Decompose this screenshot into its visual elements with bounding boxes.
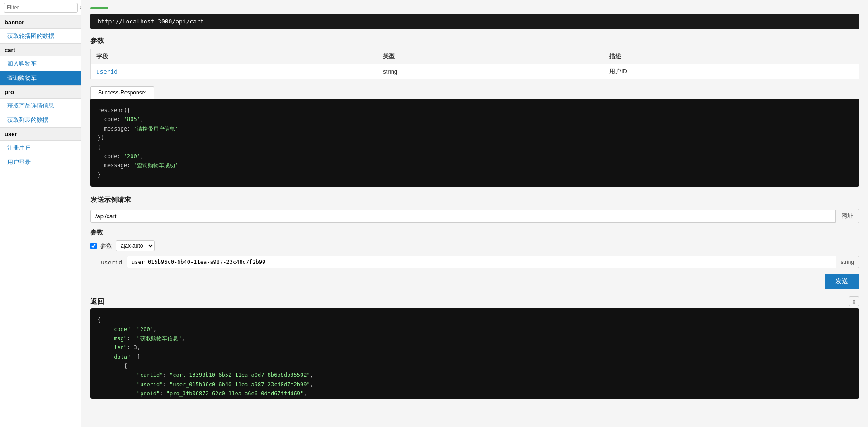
userid-field-type: string (836, 256, 859, 268)
sidebar-item-cart-query[interactable]: 查询购物车 (0, 71, 81, 85)
params-checkbox[interactable] (90, 243, 97, 249)
table-cell-desc: 用户ID (604, 64, 859, 79)
send-btn-row: 发送 (90, 274, 859, 289)
sidebar-item-pro-list[interactable]: 获取列表的数据 (0, 113, 81, 127)
params-table-header-field: 字段 (91, 49, 377, 64)
table-cell-field: userid (91, 64, 377, 79)
params-table-header-type: 类型 (377, 49, 604, 64)
url-bar: http://localhost:3000/api/cart (90, 14, 859, 29)
return-close-button[interactable]: x (849, 296, 859, 306)
table-cell-type: string (377, 64, 604, 79)
send-url-label: 网址 (836, 209, 859, 223)
code-block: res.send({ code: '805', message: '请携带用户信… (90, 99, 859, 187)
sidebar-item-pro-detail[interactable]: 获取产品详情信息 (0, 99, 81, 113)
sidebar-item-user-register[interactable]: 注册用户 (0, 141, 81, 155)
sidebar-group-pro[interactable]: pro (0, 85, 81, 99)
filter-input[interactable] (4, 3, 78, 13)
sidebar: × banner 获取轮播图的数据 cart 加入购物车 查询购物车 pro 获… (0, 0, 81, 427)
sidebar-group-user[interactable]: user (0, 127, 81, 141)
send-url-row: 网址 (90, 209, 859, 223)
sidebar-item-user-login[interactable]: 用户登录 (0, 155, 81, 169)
send-url-input[interactable] (90, 210, 836, 223)
green-bar (90, 7, 108, 9)
params-type-select[interactable]: ajax-auto ajax-json form-data (116, 240, 155, 251)
return-title: 返回 (90, 297, 104, 306)
params-label: 参数 (90, 229, 859, 237)
filter-row: × (0, 0, 81, 16)
params-table: 字段 类型 描述 userid string 用户ID (90, 49, 859, 79)
params-table-header-desc: 描述 (604, 49, 859, 64)
params-section-title: 参数 (90, 37, 859, 45)
userid-field-input[interactable] (127, 256, 836, 268)
main-content: http://localhost:3000/api/cart 参数 字段 类型 … (81, 0, 868, 427)
sidebar-group-banner[interactable]: banner (0, 16, 81, 29)
params-checkbox-label: 参数 (100, 242, 112, 250)
tab-strip: Success-Response: (90, 86, 859, 99)
userid-field-row: userid string (90, 256, 859, 268)
return-code-block: { "code": "200", "msg": "获取购物车信息", "len"… (90, 308, 859, 399)
send-button[interactable]: 发送 (825, 274, 859, 289)
send-section-title: 发送示例请求 (90, 196, 859, 204)
userid-field-label: userid (90, 259, 127, 266)
return-header: 返回 x (90, 296, 859, 306)
sidebar-item-cart-add[interactable]: 加入购物车 (0, 56, 81, 71)
params-options-row: 参数 ajax-auto ajax-json form-data (90, 240, 859, 251)
tab-success-response[interactable]: Success-Response: (90, 86, 154, 99)
sidebar-group-cart[interactable]: cart (0, 43, 81, 56)
sidebar-item-banner-carousel[interactable]: 获取轮播图的数据 (0, 29, 81, 43)
table-row: userid string 用户ID (91, 64, 859, 79)
